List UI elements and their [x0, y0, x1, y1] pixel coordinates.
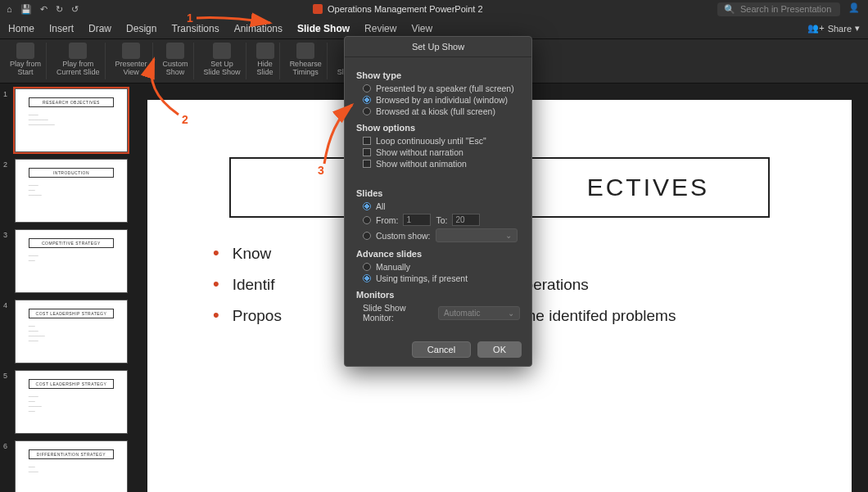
monitor-row: Slide Show Monitor: Automatic⌄ [363, 303, 520, 323]
set-up-slide-show-button[interactable]: Set UpSlide Show [199, 43, 246, 79]
without-narration-checkbox[interactable]: Show without narration [363, 147, 520, 157]
loop-checkbox[interactable]: Loop continuously until "Esc" [363, 136, 520, 146]
tab-home[interactable]: Home [8, 23, 34, 34]
thumb-num: 6 [3, 440, 11, 492]
advance-manually-radio[interactable]: Manually [363, 262, 520, 272]
tab-insert[interactable]: Insert [49, 23, 74, 34]
slide-thumb-6[interactable]: DIFFERENTIATION STRATEGY————— [15, 440, 128, 492]
advance-timings-radio[interactable]: Using timings, if present [363, 273, 520, 283]
dialog-title: Set Up Show [345, 37, 531, 57]
home-icon[interactable]: ⌂ [7, 4, 12, 15]
rehearse-timings-button[interactable]: RehearseTimings [285, 43, 328, 79]
save-icon[interactable]: 💾 [20, 4, 32, 15]
user-icon[interactable]: 👤 [848, 2, 861, 16]
search-icon: 🔍 [724, 4, 735, 15]
tab-view[interactable]: View [411, 23, 432, 34]
document-title-text: Operations Management PowerPoint 2 [328, 4, 483, 14]
chevron-down-icon: ⌄ [508, 309, 514, 318]
show-type-speaker-radio[interactable]: Presented by a speaker (full screen) [363, 84, 520, 93]
advance-heading: Advance slides [356, 249, 520, 259]
thumb-num: 3 [3, 229, 11, 293]
thumb-num: 1 [3, 88, 11, 152]
chevron-down-icon: ⌄ [505, 231, 512, 240]
to-field[interactable]: 20 [452, 214, 480, 226]
play-from-current-button[interactable]: Play fromCurrent Slide [52, 43, 106, 79]
title-bar: ⌂ 💾 ↶ ↻ ↺ Operations Management PowerPoi… [0, 0, 868, 18]
show-type-individual-radio[interactable]: Browsed by an individual (window) [363, 95, 520, 105]
repeat-icon[interactable]: ↺ [71, 4, 79, 15]
search-input[interactable]: 🔍 Search in Presentation [717, 2, 840, 16]
tab-transitions[interactable]: Transitions [171, 23, 219, 34]
document-title: Operations Management PowerPoint 2 [87, 4, 709, 14]
search-placeholder: Search in Presentation [740, 4, 831, 14]
slide-thumb-3[interactable]: COMPETITIVE STRATEGY————— [15, 229, 128, 293]
custom-show-button[interactable]: CustomShow [158, 43, 194, 79]
set-up-show-dialog: Set Up Show Show type Presented by a spe… [344, 36, 532, 367]
powerpoint-icon [313, 4, 323, 14]
slide-thumb-1[interactable]: RESEARCH OBJECTIVES————————————————— [15, 88, 128, 152]
ok-button[interactable]: OK [477, 341, 522, 358]
tab-review[interactable]: Review [364, 23, 396, 34]
slides-all-radio[interactable]: All [363, 201, 520, 211]
tab-slide-show[interactable]: Slide Show [297, 23, 350, 34]
play-from-start-button[interactable]: Play fromStart [5, 43, 47, 79]
custom-show-select[interactable]: ⌄ [436, 228, 518, 242]
monitors-heading: Monitors [356, 290, 520, 300]
slide-thumb-2[interactable]: INTRODUCTION————————— [15, 159, 128, 223]
show-options-heading: Show options [356, 123, 520, 133]
cancel-button[interactable]: Cancel [412, 341, 471, 358]
slides-heading: Slides [356, 188, 520, 198]
undo-icon[interactable]: ↶ [40, 4, 47, 15]
custom-show-radio[interactable]: Custom show: ⌄ [363, 228, 520, 242]
tab-design[interactable]: Design [126, 23, 156, 34]
share-button[interactable]: 👥+ Share ▾ [807, 23, 860, 34]
redo-icon[interactable]: ↻ [56, 4, 63, 15]
show-type-heading: Show type [356, 70, 520, 80]
presenter-view-button[interactable]: PresenterView [111, 43, 153, 79]
without-animation-checkbox[interactable]: Show without animation [363, 159, 520, 169]
thumb-num: 2 [3, 159, 11, 223]
show-type-kiosk-radio[interactable]: Browsed at a kiosk (full screen) [363, 106, 520, 116]
tab-animations[interactable]: Animations [234, 23, 283, 34]
slide-thumb-4[interactable]: COST LEADERSHIP STRATEGY————————————— [15, 300, 128, 363]
slide-thumbnails: 1RESEARCH OBJECTIVES————————————————— 2I… [0, 84, 131, 492]
slides-from-radio[interactable]: From: 1 To: 20 [363, 214, 520, 226]
hide-slide-button[interactable]: HideSlide [251, 43, 280, 79]
from-field[interactable]: 1 [403, 214, 431, 226]
monitor-select[interactable]: Automatic⌄ [438, 306, 520, 320]
slide-thumb-5[interactable]: COST LEADERSHIP STRATEGY——————————— [15, 370, 128, 434]
thumb-num: 5 [3, 370, 11, 434]
tab-draw[interactable]: Draw [88, 23, 111, 34]
quick-access: ⌂ 💾 ↶ ↻ ↺ [7, 4, 79, 15]
thumb-num: 4 [3, 300, 11, 363]
